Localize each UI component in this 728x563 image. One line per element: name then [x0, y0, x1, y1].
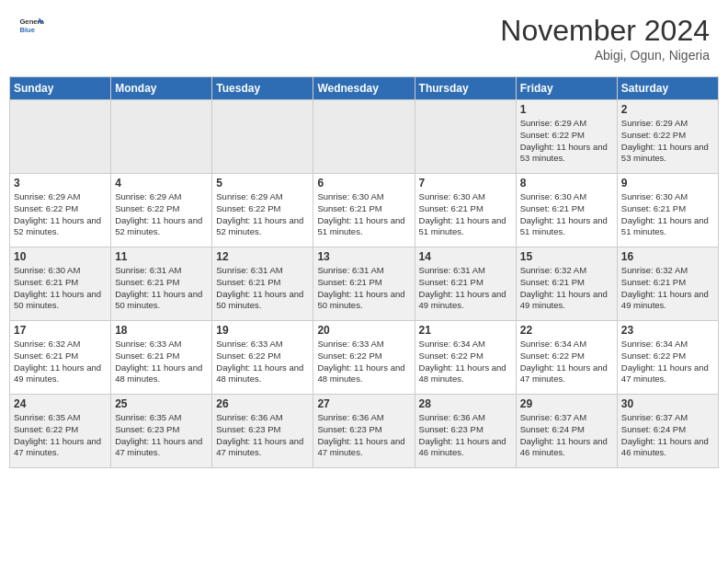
- day-number: 12: [216, 250, 309, 263]
- day-number: 8: [520, 177, 613, 190]
- calendar-cell: 26 Sunrise: 6:36 AMSunset: 6:23 PMDaylig…: [212, 395, 313, 468]
- day-info: Sunrise: 6:31 AMSunset: 6:21 PMDaylight:…: [216, 265, 309, 312]
- calendar-cell: [212, 100, 313, 174]
- day-number: 5: [216, 177, 309, 190]
- calendar-cell: 20 Sunrise: 6:33 AMSunset: 6:22 PMDaylig…: [313, 321, 415, 395]
- day-info: Sunrise: 6:31 AMSunset: 6:21 PMDaylight:…: [419, 265, 512, 312]
- day-number: 7: [419, 177, 512, 190]
- svg-text:Blue: Blue: [19, 26, 35, 34]
- month-title: November 2024: [500, 14, 710, 48]
- calendar-cell: 22 Sunrise: 6:34 AMSunset: 6:22 PMDaylig…: [516, 321, 617, 395]
- calendar-cell: 30 Sunrise: 6:37 AMSunset: 6:24 PMDaylig…: [617, 395, 718, 468]
- calendar-cell: [10, 100, 111, 174]
- calendar-week-row: 10 Sunrise: 6:30 AMSunset: 6:21 PMDaylig…: [10, 247, 719, 321]
- title-area: November 2024 Abigi, Ogun, Nigeria: [500, 14, 710, 63]
- weekday-header: Monday: [111, 77, 212, 100]
- weekday-header: Wednesday: [313, 77, 415, 100]
- day-number: 25: [115, 397, 208, 410]
- day-number: 9: [621, 177, 714, 190]
- day-info: Sunrise: 6:37 AMSunset: 6:24 PMDaylight:…: [621, 412, 714, 459]
- calendar-cell: 17 Sunrise: 6:32 AMSunset: 6:21 PMDaylig…: [10, 321, 111, 395]
- day-info: Sunrise: 6:30 AMSunset: 6:21 PMDaylight:…: [317, 191, 410, 238]
- day-number: 17: [14, 324, 107, 337]
- day-number: 1: [520, 103, 613, 116]
- day-info: Sunrise: 6:35 AMSunset: 6:22 PMDaylight:…: [14, 412, 107, 459]
- calendar-cell: [313, 100, 415, 174]
- day-info: Sunrise: 6:36 AMSunset: 6:23 PMDaylight:…: [216, 412, 309, 459]
- calendar-cell: 2 Sunrise: 6:29 AMSunset: 6:22 PMDayligh…: [617, 100, 718, 174]
- day-number: 10: [14, 250, 107, 263]
- calendar-cell: 12 Sunrise: 6:31 AMSunset: 6:21 PMDaylig…: [212, 247, 313, 321]
- day-info: Sunrise: 6:37 AMSunset: 6:24 PMDaylight:…: [520, 412, 613, 459]
- day-info: Sunrise: 6:30 AMSunset: 6:21 PMDaylight:…: [419, 191, 512, 238]
- calendar-cell: [111, 100, 212, 174]
- day-info: Sunrise: 6:29 AMSunset: 6:22 PMDaylight:…: [621, 118, 714, 165]
- calendar-cell: 6 Sunrise: 6:30 AMSunset: 6:21 PMDayligh…: [313, 174, 415, 247]
- day-number: 14: [419, 250, 512, 263]
- day-number: 22: [520, 324, 613, 337]
- calendar-cell: 23 Sunrise: 6:34 AMSunset: 6:22 PMDaylig…: [617, 321, 718, 395]
- day-number: 6: [317, 177, 410, 190]
- calendar-cell: 11 Sunrise: 6:31 AMSunset: 6:21 PMDaylig…: [111, 247, 212, 321]
- calendar-cell: [415, 100, 516, 174]
- calendar-cell: 5 Sunrise: 6:29 AMSunset: 6:22 PMDayligh…: [212, 174, 313, 247]
- day-info: Sunrise: 6:32 AMSunset: 6:21 PMDaylight:…: [520, 265, 613, 312]
- day-info: Sunrise: 6:29 AMSunset: 6:22 PMDaylight:…: [520, 118, 613, 165]
- day-info: Sunrise: 6:29 AMSunset: 6:22 PMDaylight:…: [115, 191, 208, 238]
- day-info: Sunrise: 6:30 AMSunset: 6:21 PMDaylight:…: [520, 191, 613, 238]
- calendar-week-row: 17 Sunrise: 6:32 AMSunset: 6:21 PMDaylig…: [10, 321, 719, 395]
- day-info: Sunrise: 6:32 AMSunset: 6:21 PMDaylight:…: [621, 265, 714, 312]
- day-info: Sunrise: 6:33 AMSunset: 6:21 PMDaylight:…: [115, 339, 208, 385]
- day-number: 2: [621, 103, 714, 116]
- weekday-header: Sunday: [10, 77, 111, 100]
- calendar-cell: 7 Sunrise: 6:30 AMSunset: 6:21 PMDayligh…: [415, 174, 516, 247]
- day-info: Sunrise: 6:34 AMSunset: 6:22 PMDaylight:…: [419, 339, 512, 385]
- calendar-cell: 16 Sunrise: 6:32 AMSunset: 6:21 PMDaylig…: [617, 247, 718, 321]
- day-number: 18: [115, 324, 208, 337]
- calendar-cell: 18 Sunrise: 6:33 AMSunset: 6:21 PMDaylig…: [111, 321, 212, 395]
- day-info: Sunrise: 6:36 AMSunset: 6:23 PMDaylight:…: [419, 412, 512, 459]
- day-number: 26: [216, 397, 309, 410]
- day-number: 27: [317, 397, 410, 410]
- day-number: 28: [419, 397, 512, 410]
- calendar-cell: 28 Sunrise: 6:36 AMSunset: 6:23 PMDaylig…: [415, 395, 516, 468]
- day-info: Sunrise: 6:31 AMSunset: 6:21 PMDaylight:…: [317, 265, 410, 312]
- day-info: Sunrise: 6:29 AMSunset: 6:22 PMDaylight:…: [14, 191, 107, 238]
- day-number: 3: [14, 177, 107, 190]
- day-info: Sunrise: 6:31 AMSunset: 6:21 PMDaylight:…: [115, 265, 208, 312]
- day-number: 19: [216, 324, 309, 337]
- day-number: 29: [520, 397, 613, 410]
- day-number: 4: [115, 177, 208, 190]
- day-info: Sunrise: 6:34 AMSunset: 6:22 PMDaylight:…: [520, 339, 613, 385]
- calendar-cell: 19 Sunrise: 6:33 AMSunset: 6:22 PMDaylig…: [212, 321, 313, 395]
- day-number: 24: [14, 397, 107, 410]
- weekday-header: Thursday: [415, 77, 516, 100]
- page-header: General Blue November 2024 Abigi, Ogun, …: [9, 9, 719, 67]
- weekday-header: Tuesday: [212, 77, 313, 100]
- calendar-cell: 25 Sunrise: 6:35 AMSunset: 6:23 PMDaylig…: [111, 395, 212, 468]
- day-info: Sunrise: 6:33 AMSunset: 6:22 PMDaylight:…: [216, 339, 309, 385]
- calendar-cell: 4 Sunrise: 6:29 AMSunset: 6:22 PMDayligh…: [111, 174, 212, 247]
- calendar-cell: 13 Sunrise: 6:31 AMSunset: 6:21 PMDaylig…: [313, 247, 415, 321]
- calendar-cell: 10 Sunrise: 6:30 AMSunset: 6:21 PMDaylig…: [10, 247, 111, 321]
- calendar-cell: 21 Sunrise: 6:34 AMSunset: 6:22 PMDaylig…: [415, 321, 516, 395]
- calendar-cell: 24 Sunrise: 6:35 AMSunset: 6:22 PMDaylig…: [10, 395, 111, 468]
- calendar-cell: 1 Sunrise: 6:29 AMSunset: 6:22 PMDayligh…: [516, 100, 617, 174]
- day-number: 20: [317, 324, 410, 337]
- weekday-header: Saturday: [617, 77, 718, 100]
- calendar-cell: 27 Sunrise: 6:36 AMSunset: 6:23 PMDaylig…: [313, 395, 415, 468]
- day-number: 11: [115, 250, 208, 263]
- calendar-cell: 15 Sunrise: 6:32 AMSunset: 6:21 PMDaylig…: [516, 247, 617, 321]
- day-number: 21: [419, 324, 512, 337]
- day-number: 13: [317, 250, 410, 263]
- day-info: Sunrise: 6:34 AMSunset: 6:22 PMDaylight:…: [621, 339, 714, 385]
- weekday-header: Friday: [516, 77, 617, 100]
- logo: General Blue: [18, 14, 44, 40]
- calendar-cell: 9 Sunrise: 6:30 AMSunset: 6:21 PMDayligh…: [617, 174, 718, 247]
- calendar-cell: 8 Sunrise: 6:30 AMSunset: 6:21 PMDayligh…: [516, 174, 617, 247]
- day-info: Sunrise: 6:33 AMSunset: 6:22 PMDaylight:…: [317, 339, 410, 385]
- calendar-table: SundayMondayTuesdayWednesdayThursdayFrid…: [9, 76, 719, 468]
- day-number: 30: [621, 397, 714, 410]
- day-number: 16: [621, 250, 714, 263]
- weekday-header-row: SundayMondayTuesdayWednesdayThursdayFrid…: [10, 77, 719, 100]
